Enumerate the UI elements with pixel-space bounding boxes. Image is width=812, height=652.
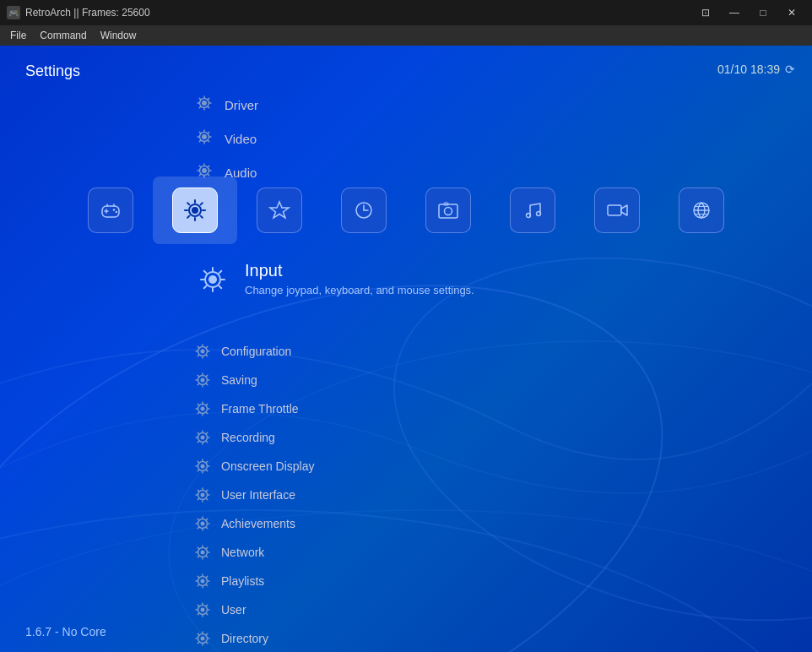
titlebar: 🎮 RetroArch || Frames: 25600 ⊡ — □ ✕ [0,0,812,25]
svg-point-55 [201,608,205,612]
selected-item-icon [194,261,231,298]
svg-point-8 [203,135,207,139]
history-icon-box [341,187,387,233]
saving-item[interactable]: Saving [194,366,315,394]
selected-item-display: Input Change joypad, keyboard, and mouse… [194,261,474,298]
icon-video[interactable] [575,177,659,244]
onscreen-display-item[interactable]: Onscreen Display [194,452,315,481]
selected-item-description: Change joypad, keyboard, and mouse setti… [245,284,474,296]
icon-settings[interactable] [153,177,237,244]
menubar: File Command Window [0,25,812,46]
svg-rect-30 [608,205,621,215]
svg-point-45 [201,465,205,469]
icon-netplay[interactable] [659,177,744,244]
svg-point-57 [201,637,205,641]
settings-icon-box [172,187,218,233]
svg-point-43 [201,436,205,440]
recording-label: Recording [221,431,275,444]
user-label: User [221,603,246,617]
configuration-label: Configuration [221,345,291,358]
svg-point-51 [201,551,205,555]
close-button[interactable]: ✕ [778,4,805,21]
svg-point-35 [208,275,217,284]
selected-item-text: Input Change joypad, keyboard, and mouse… [245,261,474,296]
svg-point-39 [201,378,205,383]
network-label: Network [221,546,264,559]
sync-icon: ⟳ [785,62,795,76]
onscreen-display-label: Onscreen Display [221,459,315,473]
user-interface-item[interactable]: User Interface [194,481,315,509]
driver-gear-icon [194,95,214,115]
icon-history[interactable] [322,177,406,244]
user-item[interactable]: User [194,595,315,624]
svg-point-53 [201,579,205,584]
user-interface-label: User Interface [221,488,295,502]
svg-point-5 [203,101,207,106]
icon-gamepad[interactable] [68,177,153,244]
version-label: 1.6.7 - No Core [25,625,106,638]
settings-label: Settings [25,62,80,80]
svg-point-37 [201,350,205,354]
recording-item[interactable]: Recording [194,423,315,452]
selected-item-title: Input [245,261,474,280]
window-controls: ⊡ — □ ✕ [692,4,805,21]
svg-point-29 [537,212,541,216]
directory-item[interactable]: Directory [194,624,315,652]
svg-point-28 [527,214,531,218]
music-icon-box [510,187,555,233]
menu-window[interactable]: Window [94,28,143,43]
svg-point-26 [445,208,452,215]
svg-rect-25 [439,204,457,218]
driver-label: Driver [225,98,258,112]
top-settings-list: Driver Video Aud [194,88,258,189]
menu-command[interactable]: Command [33,28,93,43]
saving-label: Saving [221,373,257,387]
favorites-icon-box [257,187,302,233]
icon-music[interactable] [490,177,575,244]
svg-point-11 [203,169,207,173]
svg-point-41 [201,407,205,411]
main-content: Settings 01/10 18:39 ⟳ Driver [0,46,812,652]
datetime-display: 01/10 18:39 ⟳ [717,62,795,76]
icon-screenshot[interactable] [406,177,490,244]
playlists-item[interactable]: Playlists [194,567,315,595]
playlists-label: Playlists [221,574,264,588]
video-icon-box [594,187,640,233]
category-icon-row [0,177,812,244]
taskbar-button[interactable]: ⊡ [692,4,719,21]
video-label: Video [225,132,257,146]
svg-point-0 [0,510,812,652]
settings-items-list: Configuration Saving Frame Throttle [194,337,315,652]
driver-item[interactable]: Driver [194,88,258,122]
minimize-button[interactable]: — [721,4,748,21]
svg-point-2 [0,510,812,652]
achievements-label: Achievements [221,517,295,530]
svg-point-15 [113,209,115,210]
screenshot-icon-box [425,187,471,233]
frame-throttle-item[interactable]: Frame Throttle [194,394,315,423]
maximize-button[interactable]: □ [750,4,777,21]
frame-throttle-label: Frame Throttle [221,402,299,416]
svg-point-16 [116,211,117,213]
configuration-item[interactable]: Configuration [194,337,315,366]
video-gear-icon [194,128,214,149]
svg-point-49 [201,522,205,526]
icon-favorites[interactable] [237,177,322,244]
directory-label: Directory [221,632,268,645]
menu-file[interactable]: File [3,28,33,43]
network-item[interactable]: Network [194,538,315,567]
achievements-item[interactable]: Achievements [194,509,315,538]
svg-marker-21 [270,202,289,218]
video-item[interactable]: Video [194,122,258,155]
gamepad-icon-box [88,187,133,233]
svg-point-47 [201,493,205,497]
datetime-text: 01/10 18:39 [717,62,780,76]
app-icon: 🎮 [7,6,20,19]
window-title: RetroArch || Frames: 25600 [25,7,692,19]
netplay-icon-box [679,187,724,233]
svg-point-19 [192,207,198,214]
